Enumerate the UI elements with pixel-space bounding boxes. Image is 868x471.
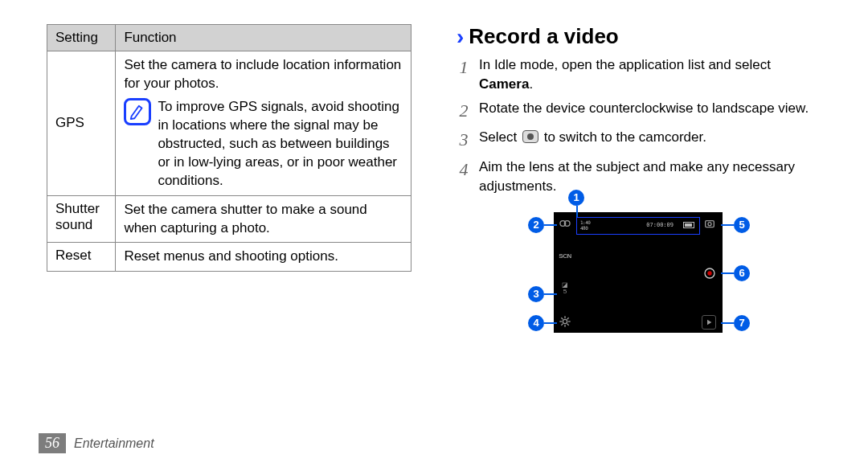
svg-rect-11 (706, 220, 714, 227)
callout-7: 7 (734, 315, 750, 331)
battery-icon (683, 222, 694, 228)
col-header-function: Function (116, 25, 411, 51)
svg-point-12 (708, 222, 711, 225)
setting-name-gps: GPS (47, 51, 116, 196)
table-row: Shutter sound Set the camera shutter to … (47, 195, 411, 243)
settings-table: Setting Function GPS Set the camera to i… (47, 24, 411, 272)
playback-icon (702, 315, 716, 330)
step-number: 4 (457, 158, 471, 196)
camcorder-screen: 1:40480 07:00:09 SCN ◪5 (554, 212, 723, 333)
settings-gear-icon (557, 313, 573, 330)
callout-1: 1 (568, 190, 584, 206)
svg-line-10 (567, 317, 569, 319)
camcorder-figure: 1:40480 07:00:09 SCN ◪5 (518, 212, 760, 333)
exposure-value-icon: ◪5 (557, 281, 573, 297)
svg-line-9 (561, 323, 563, 325)
svg-point-14 (707, 271, 711, 275)
table-row: GPS Set the camera to include location i… (47, 51, 411, 196)
mode-switch-icon (557, 215, 573, 231)
step-text: In Idle mode, open the application list … (479, 55, 821, 94)
svg-point-2 (563, 319, 567, 323)
note-icon (124, 98, 151, 125)
setting-desc-reset: Reset menus and shooting options. (116, 243, 411, 272)
step-number: 2 (457, 99, 471, 124)
callout-2: 2 (528, 217, 544, 233)
setting-note-gps: To improve GPS signals, avoid shooting i… (158, 98, 403, 190)
recording-time: 07:00:09 (646, 222, 674, 228)
switch-camera-icon (702, 215, 718, 231)
callout-3: 3 (528, 286, 544, 302)
step-text: Aim the lens at the subject and make any… (479, 158, 821, 196)
record-button-icon (702, 265, 718, 281)
step-text: Select to switch to the camcorder. (479, 128, 821, 153)
setting-desc-gps: Set the camera to include location infor… (124, 56, 403, 93)
svg-line-7 (561, 317, 563, 319)
section-title: Record a video (469, 24, 618, 49)
step-number: 3 (457, 128, 471, 153)
camera-icon (522, 130, 538, 143)
chevron-right-icon: › (457, 26, 464, 48)
step-text: Rotate the device counterclockwise to la… (479, 99, 821, 124)
footer-section: Entertainment (74, 436, 154, 451)
callout-5: 5 (734, 217, 750, 233)
setting-desc-shutter: Set the camera shutter to make a sound w… (116, 195, 411, 243)
callout-4: 4 (528, 315, 544, 331)
col-header-setting: Setting (47, 25, 116, 51)
callout-6: 6 (734, 265, 750, 281)
page-number: 56 (39, 433, 66, 453)
setting-name-shutter: Shutter sound (47, 195, 116, 243)
setting-name-reset: Reset (47, 243, 116, 272)
step-number: 1 (457, 55, 471, 94)
svg-line-8 (567, 323, 569, 325)
scene-mode-icon: SCN (557, 248, 573, 264)
steps-list: 1 In Idle mode, open the application lis… (457, 55, 821, 196)
table-row: Reset Reset menus and shooting options. (47, 243, 411, 272)
camcorder-topbar: 1:40480 07:00:09 (576, 217, 700, 235)
recording-remaining: 1:40480 (580, 219, 590, 231)
svg-marker-15 (707, 319, 711, 325)
